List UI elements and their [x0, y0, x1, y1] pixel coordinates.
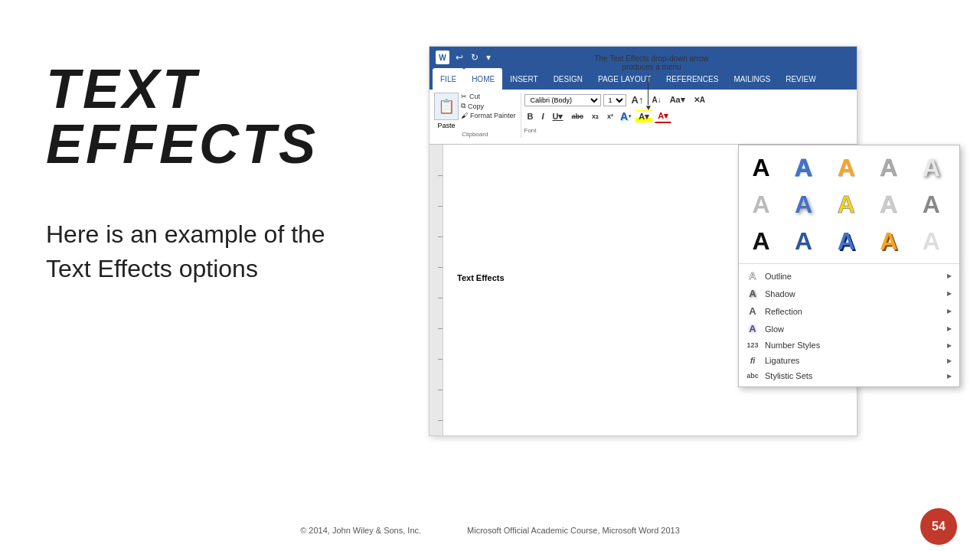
glow-arrow: ▶ — [947, 325, 952, 332]
gallery-cell-4[interactable]: A — [871, 150, 906, 185]
tab-references[interactable]: REFERENCES — [658, 68, 726, 90]
clipboard-small-buttons: ✂ Cut ⧉ Copy 🖌 Format Painter — [461, 93, 516, 119]
gallery-cell-15[interactable]: A — [913, 223, 949, 259]
page-title: TEXT EFFECTS — [46, 61, 368, 171]
shadow-icon: A — [746, 288, 759, 299]
cut-button[interactable]: ✂ Cut — [461, 93, 516, 100]
gallery-cell-10[interactable]: A — [913, 187, 949, 222]
underline-button[interactable]: U▾ — [550, 110, 567, 123]
tab-mailings[interactable]: MAILINGS — [726, 68, 778, 90]
gallery-cell-7[interactable]: A — [786, 187, 822, 222]
description-text: Here is an example of the Text Effects o… — [46, 217, 368, 286]
outline-label: Outline — [765, 272, 792, 281]
grow-font-button[interactable]: A↑ — [629, 93, 647, 107]
number-styles-icon: 123 — [746, 341, 759, 349]
text-effects-dropdown[interactable]: A A A A A A A A A A A A A A A — [738, 145, 960, 387]
tab-design[interactable]: DESIGN — [546, 68, 590, 90]
font-color-button[interactable]: A▾ — [655, 109, 671, 123]
gallery-cell-6[interactable]: A — [743, 187, 779, 222]
gallery-cell-3[interactable]: A — [828, 150, 864, 185]
ruler-mark — [438, 206, 443, 207]
format-painter-icon: 🖌 — [461, 112, 468, 119]
gallery-grid: A A A A A A A A A A A A A A A — [739, 145, 959, 264]
customize-button[interactable]: ▾ — [483, 51, 494, 64]
strikethrough-button[interactable]: abc — [569, 111, 587, 122]
copy-icon: ⧉ — [461, 102, 466, 110]
shadow-label: Shadow — [765, 289, 795, 298]
tab-file[interactable]: FILE — [433, 68, 464, 90]
number-styles-label: Number Styles — [765, 341, 820, 350]
undo-button[interactable]: ↩ — [452, 51, 466, 64]
font-name-select[interactable]: Calibri (Body) — [524, 94, 601, 106]
gallery-cell-12[interactable]: A — [786, 223, 822, 259]
format-painter-button[interactable]: 🖌 Format Painter — [461, 112, 516, 119]
outline-icon: A — [746, 270, 759, 282]
font-row2: B I U▾ abc x₂ x² A ▾ A▾ A▾ — [524, 109, 852, 123]
italic-button[interactable]: I — [538, 110, 547, 122]
number-styles-arrow: ▶ — [947, 342, 952, 349]
clipboard-group: 📋 Paste ✂ Cut ⧉ Copy 🖌 Format Painter — [434, 93, 521, 138]
bold-button[interactable]: B — [524, 110, 537, 122]
superscript-button[interactable]: x² — [604, 111, 616, 122]
stylistic-sets-label: Stylistic Sets — [765, 371, 812, 380]
gallery-cell-11[interactable]: A — [743, 223, 779, 259]
font-group: Calibri (Body) 11 A↑ A↓ Aa▾ ✕A B I U▾ ab… — [524, 93, 852, 134]
reflection-icon: A — [746, 305, 759, 317]
subscript-button[interactable]: x₂ — [589, 111, 602, 122]
reflection-label: Reflection — [765, 307, 802, 316]
text-effects-a-icon: A — [620, 110, 628, 122]
ligatures-arrow: ▶ — [947, 357, 952, 364]
tab-home[interactable]: HOME — [464, 68, 502, 90]
font-size-select[interactable]: 11 — [603, 94, 626, 106]
document-content: Text Effects A A A A A A A A A A — [443, 145, 857, 435]
change-case-button[interactable]: Aa▾ — [667, 93, 688, 106]
ruler-mark — [438, 359, 443, 360]
menu-item-number-styles[interactable]: 123 Number Styles ▶ — [739, 337, 959, 353]
footer-copyright: © 2014, John Wiley & Sons, Inc. — [300, 526, 421, 535]
stylistic-sets-icon: abc — [746, 372, 759, 380]
gallery-cell-2[interactable]: A — [786, 150, 822, 185]
highlight-button[interactable]: A▾ — [635, 110, 652, 123]
ruler-mark — [438, 298, 443, 298]
menu-item-outline[interactable]: A Outline ▶ — [739, 267, 959, 285]
paste-button[interactable]: 📋 Paste — [434, 93, 459, 129]
ribbon-tabs: FILE HOME INSERT DESIGN PAGE LAYOUT REFE… — [430, 68, 857, 90]
tab-review[interactable]: REVIEW — [778, 68, 823, 90]
callout-top-arrow: ▼ — [645, 103, 652, 112]
menu-item-glow[interactable]: A Glow ▶ — [739, 320, 959, 337]
gallery-cell-14[interactable]: A — [871, 223, 906, 259]
ligatures-label: Ligatures — [765, 356, 799, 365]
tab-insert[interactable]: INSERT — [502, 68, 546, 90]
menu-item-ligatures[interactable]: fi Ligatures ▶ — [739, 353, 959, 368]
footer-course: Microsoft Official Academic Course, Micr… — [467, 526, 680, 535]
word-logo: W — [436, 51, 449, 64]
callout-top-line — [648, 74, 648, 105]
ruler-mark — [438, 390, 443, 390]
menu-item-reflection[interactable]: A Reflection ▶ — [739, 302, 959, 320]
clear-format-button[interactable]: ✕A — [691, 94, 708, 106]
ruler-mark — [438, 236, 443, 237]
text-effects-dropdown-arrow[interactable]: ▾ — [629, 113, 632, 119]
ruler-mark — [438, 328, 443, 329]
font-row1: Calibri (Body) 11 A↑ A↓ Aa▾ ✕A — [524, 93, 852, 107]
menu-items-list: A Outline ▶ A Shadow ▶ A Reflection ▶ — [739, 264, 959, 386]
gallery-cell-13[interactable]: A — [828, 223, 864, 259]
stylistic-sets-arrow: ▶ — [947, 373, 952, 380]
redo-button[interactable]: ↻ — [468, 51, 482, 64]
menu-item-shadow[interactable]: A Shadow ▶ — [739, 285, 959, 302]
paste-label: Paste — [437, 122, 455, 129]
text-effects-doc-label: Text Effects — [457, 273, 505, 282]
font-group-label: Font — [524, 127, 852, 134]
shadow-arrow: ▶ — [947, 290, 952, 297]
gallery-cell-1[interactable]: A — [743, 150, 779, 185]
gallery-cell-9[interactable]: A — [871, 187, 906, 222]
undo-redo-group: ↩ ↻ ▾ — [452, 51, 494, 64]
paste-icon: 📋 — [434, 93, 459, 120]
gallery-cell-8[interactable]: A — [828, 187, 864, 222]
slide-number: 54 — [932, 520, 946, 533]
gallery-cell-5[interactable]: A — [913, 150, 949, 185]
left-panel: TEXT EFFECTS Here is an example of the T… — [46, 61, 368, 286]
text-effects-button[interactable]: A ▾ — [619, 109, 633, 123]
menu-item-stylistic-sets[interactable]: abc Stylistic Sets ▶ — [739, 368, 959, 383]
copy-button[interactable]: ⧉ Copy — [461, 102, 516, 110]
